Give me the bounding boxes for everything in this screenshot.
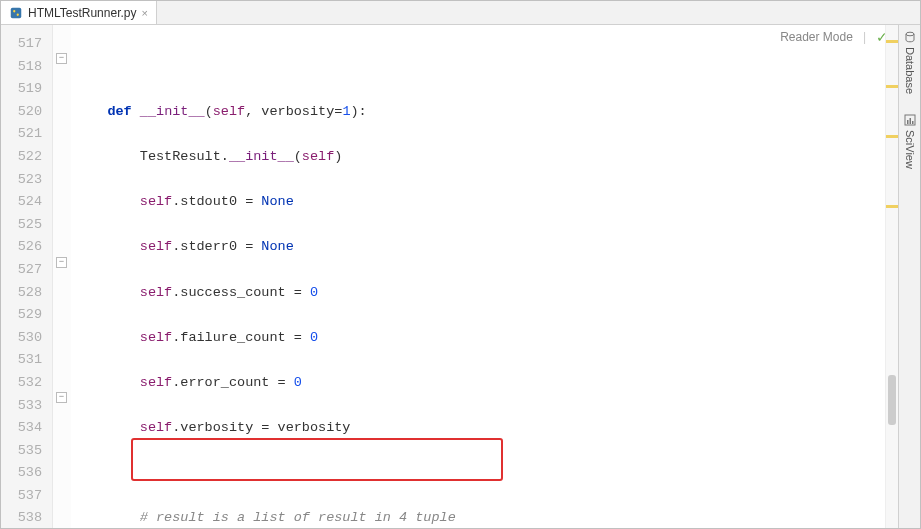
line-number: 529 [1,304,42,327]
tab-filename: HTMLTestRunner.py [28,6,137,20]
line-number: 528 [1,282,42,305]
close-icon[interactable]: × [142,7,148,19]
svg-point-3 [906,32,914,36]
line-number: 526 [1,236,42,259]
line-number: 537 [1,485,42,508]
sciview-tool-button[interactable]: SciView [904,114,916,169]
sciview-icon [904,114,916,126]
scroll-marker [886,40,898,43]
scrollbar-thumb[interactable] [888,375,896,425]
scroll-marker [886,135,898,138]
line-number: 517 [1,33,42,56]
svg-rect-6 [909,118,911,124]
line-number: 532 [1,372,42,395]
fold-toggle-icon[interactable]: − [56,392,67,403]
tab-bar: HTMLTestRunner.py × [1,1,920,25]
tool-window-bar: Database SciView [898,25,920,528]
line-number: 538 [1,507,42,528]
line-number: 533 [1,395,42,418]
fold-column: − − − [53,25,71,528]
file-tab[interactable]: HTMLTestRunner.py × [1,1,157,24]
database-tool-button[interactable]: Database [904,31,916,94]
line-number: 531 [1,349,42,372]
line-number: 530 [1,327,42,350]
line-number: 524 [1,191,42,214]
svg-point-1 [13,10,15,12]
line-number: 527 [1,259,42,282]
code-content[interactable]: def __init__(self, verbosity=1): TestRes… [71,25,898,528]
code-editor[interactable]: 517 518 519 520 521 522 523 524 525 526 … [1,25,898,528]
line-number: 535 [1,440,42,463]
python-file-icon [9,6,23,20]
scroll-marker [886,205,898,208]
line-number: 525 [1,214,42,237]
scroll-marker [886,85,898,88]
line-number: 521 [1,123,42,146]
line-number: 520 [1,101,42,124]
svg-rect-5 [907,120,909,124]
database-icon [904,31,916,43]
svg-point-2 [17,13,19,15]
scrollbar-track[interactable] [885,25,898,528]
svg-rect-7 [912,121,914,124]
line-number: 523 [1,169,42,192]
svg-rect-0 [11,7,22,18]
line-number: 534 [1,417,42,440]
line-number: 519 [1,78,42,101]
fold-toggle-icon[interactable]: − [56,53,67,64]
line-number: 536 [1,462,42,485]
fold-toggle-icon[interactable]: − [56,257,67,268]
line-number: 522 [1,146,42,169]
line-number-gutter: 517 518 519 520 521 522 523 524 525 526 … [1,25,53,528]
line-number: 518 [1,56,42,79]
